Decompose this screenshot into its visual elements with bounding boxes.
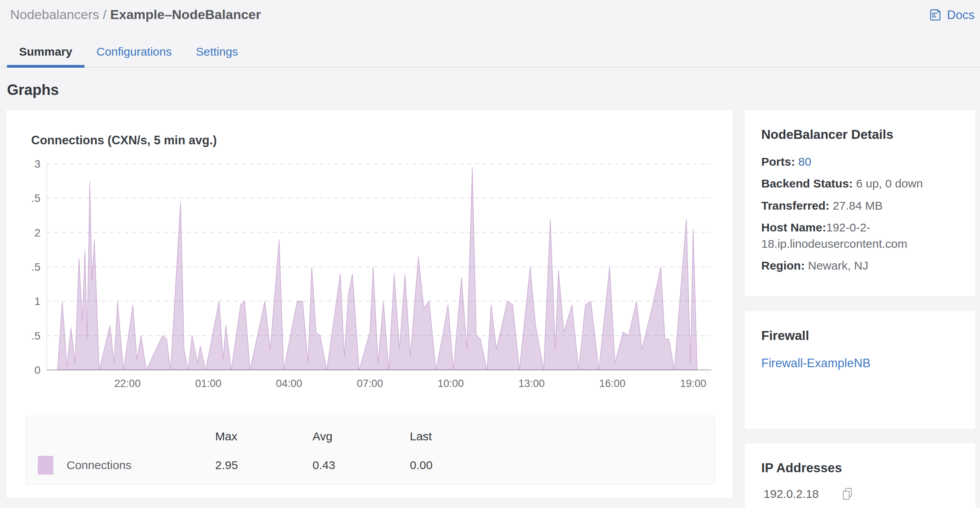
detail-value: 6 up, 0 down bbox=[856, 177, 923, 190]
detail-label: Transferred: bbox=[761, 199, 829, 212]
svg-text:0.5: 0.5 bbox=[31, 330, 40, 342]
detail-label: Region: bbox=[761, 259, 805, 272]
page-title: Graphs bbox=[7, 82, 980, 98]
ip-card-title: IP Addresses bbox=[761, 461, 959, 475]
breadcrumb-entity: Example–NodeBalancer bbox=[110, 7, 261, 22]
svg-text:10:00: 10:00 bbox=[437, 378, 464, 389]
main-content: Connections (CXN/s, 5 min avg.) 00.511.5… bbox=[0, 110, 980, 508]
detail-label: Host Name: bbox=[761, 221, 826, 234]
page-header: Nodebalancers / Example–NodeBalancer Doc… bbox=[0, 0, 980, 23]
svg-text:2.5: 2.5 bbox=[31, 192, 40, 204]
area-series-connections bbox=[58, 167, 697, 370]
legend-max-value: 2.95 bbox=[215, 459, 313, 472]
chart-legend-table: Max Avg Last Connections 2.95 0.43 0.00 bbox=[26, 416, 715, 484]
detail-value[interactable]: 80 bbox=[798, 155, 811, 168]
detail-row-transferred: Transferred: 27.84 MB bbox=[761, 198, 959, 214]
chart-title: Connections (CXN/s, 5 min avg.) bbox=[31, 133, 714, 147]
breadcrumb-section[interactable]: Nodebalancers / bbox=[10, 7, 110, 22]
tabs-bar: SummaryConfigurationsSettings bbox=[0, 40, 980, 68]
breadcrumb-separator: / bbox=[99, 7, 110, 22]
detail-label: Backend Status: bbox=[761, 177, 853, 190]
firewall-card-title: Firewall bbox=[761, 328, 959, 343]
svg-text:2: 2 bbox=[34, 227, 40, 239]
firewall-card: Firewall Firewall-ExampleNB bbox=[745, 311, 975, 429]
legend-series-cell: Connections bbox=[26, 456, 215, 475]
legend-series-name: Connections bbox=[67, 459, 132, 472]
detail-label: Ports: bbox=[761, 155, 795, 168]
svg-text:13:00: 13:00 bbox=[518, 378, 545, 389]
summary-sidebar: NodeBalancer Details Ports: 80Backend St… bbox=[745, 110, 975, 508]
nodebalancer-details-card: NodeBalancer Details Ports: 80Backend St… bbox=[745, 110, 975, 296]
tab-settings[interactable]: Settings bbox=[184, 40, 250, 67]
svg-text:04:00: 04:00 bbox=[276, 378, 302, 389]
docs-icon bbox=[928, 8, 942, 22]
legend-last-value: 0.00 bbox=[410, 459, 714, 472]
detail-value: 27.84 MB bbox=[832, 199, 882, 212]
svg-text:1: 1 bbox=[34, 295, 40, 307]
legend-col-max: Max bbox=[215, 420, 313, 443]
details-rows: Ports: 80Backend Status: 6 up, 0 downTra… bbox=[761, 154, 959, 273]
ip-address-value: 192.0.2.18 bbox=[764, 487, 819, 501]
ip-address-row: 192.0.2.18 bbox=[761, 487, 959, 501]
legend-col-last: Last bbox=[410, 420, 714, 443]
svg-text:16:00: 16:00 bbox=[599, 378, 626, 389]
svg-text:3: 3 bbox=[34, 158, 40, 170]
tab-configurations[interactable]: Configurations bbox=[84, 40, 184, 67]
connections-graph-card: Connections (CXN/s, 5 min avg.) 00.511.5… bbox=[6, 110, 732, 497]
breadcrumb-section-label: Nodebalancers bbox=[10, 7, 99, 22]
detail-row-region: Region: Newark, NJ bbox=[761, 258, 959, 273]
connections-series-swatch[interactable] bbox=[38, 456, 53, 475]
docs-link[interactable]: Docs bbox=[928, 6, 975, 22]
ip-addresses-card: IP Addresses 192.0.2.18 bbox=[745, 443, 975, 508]
svg-text:0: 0 bbox=[34, 364, 40, 376]
svg-text:22:00: 22:00 bbox=[114, 378, 141, 389]
connections-area-chart: 00.511.522.5322:0001:0004:0007:0010:0013… bbox=[31, 153, 714, 410]
svg-text:19:00: 19:00 bbox=[680, 378, 706, 389]
tab-summary[interactable]: Summary bbox=[7, 40, 84, 67]
detail-row-ports: Ports: 80 bbox=[761, 154, 959, 170]
detail-row-host-name: Host Name:192-0-2-18.ip.linodeuserconten… bbox=[761, 219, 959, 252]
copy-ip-button[interactable] bbox=[841, 487, 854, 501]
details-card-title: NodeBalancer Details bbox=[761, 127, 959, 142]
svg-text:01:00: 01:00 bbox=[195, 378, 221, 389]
legend-avg-value: 0.43 bbox=[313, 459, 410, 472]
svg-text:1.5: 1.5 bbox=[31, 261, 40, 273]
copy-icon bbox=[841, 496, 854, 502]
detail-value: Newark, NJ bbox=[808, 259, 868, 272]
legend-col-avg: Avg bbox=[313, 420, 410, 443]
firewall-link[interactable]: Firewall-ExampleNB bbox=[761, 356, 871, 370]
breadcrumb: Nodebalancers / Example–NodeBalancer bbox=[10, 6, 261, 23]
detail-row-backend-status: Backend Status: 6 up, 0 down bbox=[761, 175, 959, 191]
svg-text:07:00: 07:00 bbox=[357, 378, 383, 389]
docs-label: Docs bbox=[947, 8, 975, 22]
